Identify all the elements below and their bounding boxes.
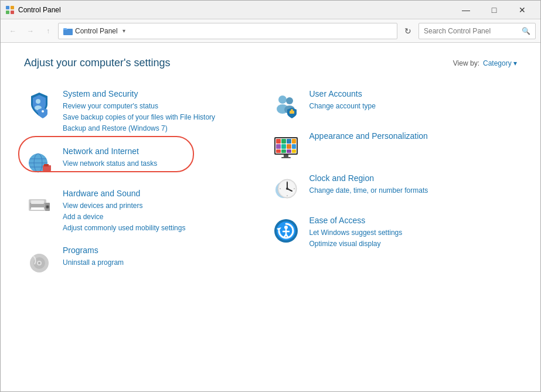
- svg-point-7: [36, 99, 40, 104]
- forward-button[interactable]: →: [23, 23, 38, 39]
- app-icon: [5, 5, 15, 15]
- svg-rect-49: [284, 155, 288, 157]
- view-by-label: View by:: [453, 59, 479, 67]
- network-internet-content: Network and Internet View network status…: [63, 146, 271, 169]
- categories-grid: System and Security Review your computer…: [24, 83, 517, 282]
- link-change-account[interactable]: Change account type: [309, 101, 518, 112]
- address-path[interactable]: Control Panel ▾: [58, 23, 397, 39]
- title-bar: Control Panel — □ ✕: [1, 1, 540, 19]
- svg-rect-16: [44, 164, 46, 166]
- ease-access-content: Ease of Access Let Windows suggest setti…: [309, 216, 518, 250]
- header-row: Adjust your computer's settings View by:…: [24, 57, 517, 69]
- link-windows-suggest[interactable]: Let Windows suggest settings: [309, 227, 518, 238]
- view-by-dropdown[interactable]: Category ▾: [483, 59, 517, 67]
- svg-rect-0: [6, 6, 9, 9]
- user-accounts-title[interactable]: User Accounts: [309, 89, 518, 98]
- user-accounts-icon: [271, 89, 301, 120]
- minimize-button[interactable]: —: [452, 1, 479, 19]
- address-bar: ← → ↑ Control Panel ▾ ↻ 🔍: [1, 19, 540, 43]
- svg-point-31: [286, 97, 293, 104]
- svg-point-29: [278, 96, 287, 104]
- programs-icon: [24, 246, 55, 276]
- svg-rect-46: [281, 149, 286, 153]
- svg-rect-42: [281, 144, 286, 149]
- appearance-title[interactable]: Appearance and Personalization: [309, 131, 518, 141]
- search-input[interactable]: [424, 27, 519, 35]
- system-security-title[interactable]: System and Security: [63, 89, 271, 98]
- main-content: Adjust your computer's settings View by:…: [1, 43, 540, 296]
- category-user-accounts: User Accounts Change account type: [271, 83, 518, 125]
- svg-rect-6: [63, 28, 67, 30]
- category-system-security: System and Security Review your computer…: [24, 83, 271, 141]
- programs-content: Programs Uninstall a program: [63, 246, 271, 268]
- link-backup-files[interactable]: Save backup copies of your files with Fi…: [63, 112, 271, 123]
- category-programs: Programs Uninstall a program: [24, 240, 271, 282]
- path-text: Control Panel: [75, 27, 118, 35]
- svg-rect-20: [31, 200, 44, 204]
- hardware-sound-title[interactable]: Hardware and Sound: [63, 189, 271, 198]
- svg-rect-45: [276, 149, 281, 153]
- title-bar-left: Control Panel: [5, 5, 61, 15]
- category-ease-access: Ease of Access Let Windows suggest setti…: [271, 210, 518, 255]
- svg-rect-40: [292, 139, 296, 144]
- user-accounts-content: User Accounts Change account type: [309, 89, 518, 112]
- system-security-content: System and Security Review your computer…: [63, 89, 271, 135]
- network-internet-title[interactable]: Network and Internet: [63, 146, 271, 156]
- clock-region-title[interactable]: Clock and Region: [309, 173, 518, 183]
- category-appearance: Appearance and Personalization: [271, 125, 518, 168]
- system-security-icon: [24, 89, 55, 120]
- svg-point-34: [291, 109, 293, 111]
- svg-rect-50: [281, 157, 291, 158]
- left-column: System and Security Review your computer…: [24, 83, 271, 282]
- folder-icon: [63, 26, 73, 36]
- link-review-status[interactable]: Review your computer's status: [63, 101, 271, 112]
- svg-point-28: [38, 262, 40, 264]
- svg-point-9: [42, 110, 44, 113]
- link-uninstall[interactable]: Uninstall a program: [63, 257, 271, 268]
- link-backup-restore[interactable]: Backup and Restore (Windows 7): [63, 123, 271, 134]
- ease-access-icon: [271, 216, 301, 246]
- window-controls: — □ ✕: [452, 1, 536, 19]
- link-mobility-settings[interactable]: Adjust commonly used mobility settings: [63, 223, 271, 234]
- appearance-content: Appearance and Personalization: [309, 131, 518, 143]
- svg-rect-47: [287, 149, 291, 153]
- maximize-button[interactable]: □: [481, 1, 508, 19]
- refresh-button[interactable]: ↻: [400, 23, 416, 39]
- svg-rect-44: [292, 144, 296, 149]
- link-visual-display[interactable]: Optimize visual display: [309, 238, 518, 250]
- link-devices-printers[interactable]: View devices and printers: [63, 200, 271, 212]
- svg-rect-21: [31, 207, 44, 210]
- hardware-sound-icon: [24, 189, 55, 219]
- view-by: View by: Category ▾: [453, 59, 517, 67]
- page-title: Adjust your computer's settings: [24, 57, 171, 69]
- back-button[interactable]: ←: [5, 23, 21, 39]
- path-dropdown-icon[interactable]: ▾: [123, 28, 125, 34]
- svg-rect-17: [46, 164, 49, 166]
- up-button[interactable]: ↑: [40, 23, 56, 39]
- search-box: 🔍: [418, 23, 536, 39]
- svg-rect-1: [11, 6, 14, 9]
- ease-access-title[interactable]: Ease of Access: [309, 216, 518, 225]
- window-title: Control Panel: [18, 6, 61, 14]
- svg-rect-38: [281, 139, 286, 144]
- programs-title[interactable]: Programs: [63, 246, 271, 255]
- link-date-time[interactable]: Change date, time, or number formats: [309, 185, 518, 196]
- svg-rect-41: [276, 144, 281, 149]
- close-button[interactable]: ✕: [509, 1, 536, 19]
- svg-rect-2: [6, 11, 9, 14]
- svg-point-24: [47, 206, 49, 207]
- network-internet-icon: [24, 146, 55, 177]
- svg-rect-48: [292, 149, 296, 153]
- svg-rect-3: [11, 11, 14, 14]
- category-hardware-sound: Hardware and Sound View devices and prin…: [24, 183, 271, 240]
- search-button[interactable]: 🔍: [522, 27, 530, 35]
- category-clock-region: Clock and Region Change date, time, or n…: [271, 168, 518, 210]
- right-column: User Accounts Change account type: [271, 83, 518, 282]
- link-network-status[interactable]: View network status and tasks: [63, 158, 271, 169]
- appearance-icon: [271, 131, 301, 162]
- clock-region-icon: [271, 173, 301, 204]
- category-network-internet: Network and Internet View network status…: [24, 141, 271, 183]
- svg-rect-39: [287, 139, 291, 144]
- link-add-device[interactable]: Add a device: [63, 212, 271, 223]
- svg-point-64: [284, 226, 288, 229]
